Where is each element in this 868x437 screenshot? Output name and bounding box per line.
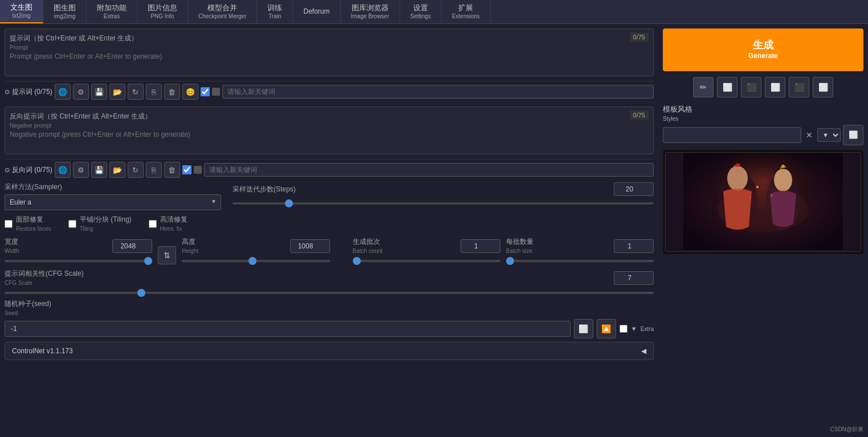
restore-faces-checkbox[interactable]: 面部修复 Restore faces: [5, 215, 51, 232]
extra-seed-checkbox[interactable]: [620, 325, 627, 333]
svg-point-7: [781, 165, 785, 168]
svg-point-4: [736, 164, 739, 167]
neg-refresh-btn[interactable]: ↻: [128, 162, 144, 178]
width-section: 宽度 Width: [5, 237, 152, 264]
batch-count-input[interactable]: [461, 239, 500, 253]
steps-slider[interactable]: [233, 202, 654, 205]
seed-input[interactable]: [5, 321, 570, 337]
prompt-emoji-btn[interactable]: 😊: [182, 84, 198, 100]
styles-dropdown[interactable]: ▼: [817, 128, 841, 142]
batch-count-slider[interactable]: [353, 260, 500, 262]
nav-extensions-en: Extensions: [452, 13, 480, 20]
nav-settings[interactable]: 设置 Settings: [400, 0, 442, 23]
seed-label: 随机种子(seed) Seed: [5, 299, 654, 317]
neg-style-btn[interactable]: 🌐: [55, 162, 71, 178]
batch-size-section: 每批数量 Batch size: [506, 237, 654, 264]
dimensions-batch-row: 宽度 Width ⇅ 高度 Height: [5, 237, 654, 264]
prompt-delete-btn[interactable]: 🗑: [164, 84, 180, 100]
neg-load-btn[interactable]: 📂: [109, 162, 125, 178]
sampler-steps-row: 采样方法(Sampler) Euler a Euler LMS DDIM: [5, 182, 654, 210]
sampler-select[interactable]: Euler a Euler LMS DDIM: [5, 194, 221, 210]
neg-keyword-input[interactable]: [204, 163, 654, 177]
prompt-copy-btn[interactable]: ⎘: [146, 84, 162, 100]
batch-size-input[interactable]: [614, 239, 654, 253]
nav-pnginfo[interactable]: 图片信息 PNG Info: [137, 0, 188, 23]
prompt-checkbox[interactable]: [201, 87, 210, 96]
swap-dimensions-btn[interactable]: ⇅: [158, 246, 176, 264]
nav-extensions-zh: 扩展: [458, 3, 473, 13]
prompt-settings-btn[interactable]: ⚙: [73, 84, 89, 100]
height-slider[interactable]: [182, 260, 329, 262]
seed-clear-btn[interactable]: ⬜: [574, 319, 593, 338]
prompt-keyword-input[interactable]: [222, 85, 654, 99]
prompt-load-btn[interactable]: 📂: [109, 84, 125, 100]
neg-copy-btn[interactable]: ⎘: [146, 162, 162, 178]
neg-delete-btn[interactable]: 🗑: [164, 162, 180, 178]
negative-prompt-textarea[interactable]: [10, 130, 649, 148]
nav-imagebrowser[interactable]: 图库浏览器 Image Browser: [341, 0, 400, 23]
nav-checkpoint-en: Checkpoint Merger: [198, 13, 246, 20]
batch-size-label: 每批数量 Batch size: [506, 237, 533, 255]
action-btn-2[interactable]: ⬛: [741, 77, 761, 97]
nav-extras[interactable]: 附加功能 Extras: [87, 0, 137, 23]
nav-checkpoint[interactable]: 模型合并 Checkpoint Merger: [188, 0, 257, 23]
prompt-label-zh: 提示词（按 Ctrl+Enter 或 Alt+Enter 生成）: [10, 34, 138, 42]
nav-deforum-label: Deforum: [303, 7, 329, 17]
cfg-scale-section: 提示词相关性(CFG Scale) CFG Scale: [5, 269, 654, 296]
width-input[interactable]: [112, 239, 152, 253]
hires-fix-checkbox[interactable]: 高清修复 Hires. fix: [149, 215, 188, 232]
nav-img2img[interactable]: 图生图 img2img: [43, 0, 87, 23]
hires-fix-input[interactable]: [149, 220, 157, 228]
neg-save-btn[interactable]: 💾: [91, 162, 107, 178]
action-btn-3[interactable]: ⬜: [765, 77, 785, 97]
neg-prompt-collapse-icon[interactable]: ⊙: [5, 166, 10, 174]
prompt-save-btn[interactable]: 💾: [91, 84, 107, 100]
batch-count-label: 生成批次 Batch count: [353, 237, 383, 255]
action-btn-1[interactable]: ⬜: [717, 77, 737, 97]
top-nav: 文生图 txt2img 图生图 img2img 附加功能 Extras 图片信息…: [0, 0, 868, 24]
nav-deforum[interactable]: Deforum: [293, 0, 340, 23]
neg-prompt-label-zh: 反向提示词（按 Ctrl+Enter 或 Alt+Enter 生成）: [10, 112, 152, 120]
width-slider[interactable]: [5, 260, 152, 262]
neg-settings-btn[interactable]: ⚙: [73, 162, 89, 178]
cfg-scale-input[interactable]: [614, 271, 654, 285]
sampler-section: 采样方法(Sampler) Euler a Euler LMS DDIM: [5, 182, 221, 210]
seed-recycle-btn[interactable]: 🔼: [597, 319, 616, 338]
prompt-label-en: Prompt: [10, 44, 28, 51]
nav-txt2img-en: txt2img: [12, 12, 30, 19]
action-btn-4[interactable]: ⬛: [789, 77, 809, 97]
styles-input[interactable]: [663, 127, 801, 143]
prompt-textarea[interactable]: [10, 52, 649, 70]
negative-prompt-char-count: 0/75: [630, 111, 649, 120]
nav-extensions[interactable]: 扩展 Extensions: [442, 0, 491, 23]
tiling-input[interactable]: [68, 220, 76, 228]
controlnet-bar[interactable]: ControlNet v1.1.173 ◀: [5, 342, 654, 360]
nav-img2img-en: img2img: [54, 13, 76, 20]
batch-count-section: 生成批次 Batch count: [353, 237, 500, 264]
nav-txt2img-zh: 文生图: [10, 3, 32, 13]
styles-save-btn[interactable]: ⬜: [843, 125, 863, 145]
height-input[interactable]: [290, 239, 330, 253]
batch-size-slider[interactable]: [506, 260, 654, 262]
tiling-checkbox[interactable]: 平铺/分块 (Tiling) Tiling: [68, 215, 132, 232]
action-btn-5[interactable]: ⬜: [813, 77, 833, 97]
pencil-btn[interactable]: ✏: [693, 77, 714, 97]
restore-faces-input[interactable]: [5, 220, 13, 228]
steps-section: 采样迭代步数(Steps): [233, 182, 654, 206]
styles-clear-btn[interactable]: ✕: [804, 130, 815, 140]
nav-train[interactable]: 训练 Train: [257, 0, 293, 23]
nav-imagebrowser-en: Image Browser: [351, 13, 389, 20]
nav-pnginfo-zh: 图片信息: [148, 3, 177, 13]
generate-button[interactable]: 生成 Generate: [663, 28, 863, 71]
cfg-scale-slider[interactable]: [5, 292, 654, 294]
steps-value-input[interactable]: [614, 182, 654, 196]
nav-extras-en: Extras: [104, 13, 120, 20]
prompt-collapse-icon[interactable]: ⊙: [5, 88, 10, 96]
nav-settings-en: Settings: [410, 13, 431, 20]
main-container: 提示词（按 Ctrl+Enter 或 Alt+Enter 生成） Prompt …: [0, 24, 868, 437]
nav-checkpoint-zh: 模型合并: [207, 3, 237, 13]
nav-txt2img[interactable]: 文生图 txt2img: [0, 0, 43, 23]
prompt-style-btn[interactable]: 🌐: [55, 84, 71, 100]
neg-prompt-checkbox[interactable]: [182, 165, 191, 174]
prompt-refresh-btn[interactable]: ↻: [128, 84, 144, 100]
